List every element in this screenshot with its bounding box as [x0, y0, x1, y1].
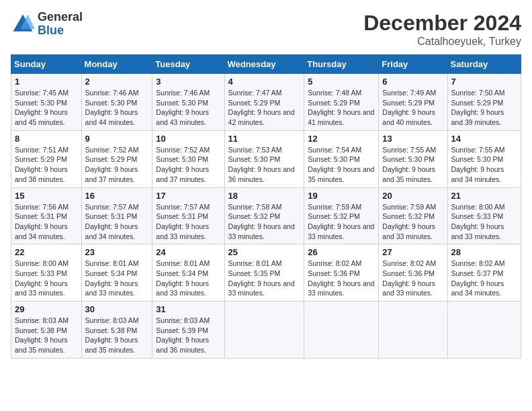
day-details: Sunrise: 8:01 AMSunset: 5:35 PMDaylight:…: [228, 259, 295, 297]
header: General Blue December 2024 Catalhoeyuek,…: [11, 11, 521, 48]
day-number: 18: [228, 191, 301, 201]
day-details: Sunrise: 7:50 AMSunset: 5:29 PMDaylight:…: [451, 89, 505, 126]
day-number: 20: [382, 191, 443, 201]
calendar-day-19: 19Sunrise: 7:59 AMSunset: 5:32 PMDayligh…: [304, 187, 379, 244]
calendar-day-10: 10Sunrise: 7:52 AMSunset: 5:30 PMDayligh…: [152, 130, 224, 187]
header-row: SundayMondayTuesdayWednesdayThursdayFrid…: [11, 55, 521, 74]
day-number: 1: [15, 77, 78, 87]
calendar-subtitle: Catalhoeyuek, Turkey: [363, 36, 521, 48]
day-details: Sunrise: 8:02 AMSunset: 5:36 PMDaylight:…: [382, 259, 436, 297]
day-number: 21: [451, 191, 517, 201]
day-number: 19: [308, 191, 375, 201]
day-details: Sunrise: 8:02 AMSunset: 5:37 PMDaylight:…: [451, 259, 505, 297]
calendar-day-27: 27Sunrise: 8:02 AMSunset: 5:36 PMDayligh…: [379, 244, 447, 302]
day-details: Sunrise: 8:03 AMSunset: 5:39 PMDaylight:…: [156, 316, 210, 354]
day-details: Sunrise: 8:01 AMSunset: 5:34 PMDaylight:…: [156, 259, 210, 297]
day-header-friday: Friday: [379, 55, 447, 74]
day-details: Sunrise: 7:59 AMSunset: 5:32 PMDaylight:…: [308, 203, 374, 240]
logo-general: General: [38, 11, 83, 24]
day-number: 16: [85, 191, 149, 201]
empty-day: [379, 302, 447, 359]
day-details: Sunrise: 7:48 AMSunset: 5:29 PMDaylight:…: [308, 89, 374, 126]
logo-blue: Blue: [38, 24, 83, 38]
day-header-wednesday: Wednesday: [224, 55, 304, 74]
day-details: Sunrise: 7:47 AMSunset: 5:29 PMDaylight:…: [228, 89, 295, 126]
day-number: 26: [308, 247, 375, 257]
day-header-tuesday: Tuesday: [152, 55, 224, 74]
day-details: Sunrise: 7:53 AMSunset: 5:30 PMDaylight:…: [228, 146, 295, 183]
day-details: Sunrise: 7:55 AMSunset: 5:30 PMDaylight:…: [451, 146, 505, 183]
calendar-week-1: 1Sunrise: 7:45 AMSunset: 5:30 PMDaylight…: [11, 74, 521, 131]
calendar-week-5: 29Sunrise: 8:03 AMSunset: 5:38 PMDayligh…: [11, 302, 521, 359]
day-number: 27: [382, 247, 443, 257]
day-number: 29: [15, 304, 78, 314]
calendar-day-4: 4Sunrise: 7:47 AMSunset: 5:29 PMDaylight…: [224, 74, 304, 131]
calendar-day-17: 17Sunrise: 7:57 AMSunset: 5:31 PMDayligh…: [152, 187, 224, 244]
day-number: 28: [451, 247, 517, 257]
day-number: 5: [308, 77, 375, 87]
day-number: 23: [85, 247, 149, 257]
day-number: 31: [156, 304, 220, 314]
day-details: Sunrise: 7:45 AMSunset: 5:30 PMDaylight:…: [15, 89, 69, 126]
day-header-saturday: Saturday: [447, 55, 521, 74]
day-details: Sunrise: 7:54 AMSunset: 5:30 PMDaylight:…: [308, 146, 374, 183]
day-number: 9: [85, 134, 149, 144]
day-number: 15: [15, 191, 78, 201]
day-details: Sunrise: 7:55 AMSunset: 5:30 PMDaylight:…: [382, 146, 436, 183]
day-details: Sunrise: 7:46 AMSunset: 5:30 PMDaylight:…: [85, 89, 139, 126]
day-number: 11: [228, 134, 301, 144]
day-number: 30: [85, 304, 149, 314]
calendar-day-1: 1Sunrise: 7:45 AMSunset: 5:30 PMDaylight…: [11, 74, 82, 131]
calendar-day-3: 3Sunrise: 7:46 AMSunset: 5:30 PMDaylight…: [152, 74, 224, 131]
day-details: Sunrise: 7:51 AMSunset: 5:29 PMDaylight:…: [15, 146, 69, 183]
calendar-day-29: 29Sunrise: 8:03 AMSunset: 5:38 PMDayligh…: [11, 302, 82, 359]
calendar-day-12: 12Sunrise: 7:54 AMSunset: 5:30 PMDayligh…: [304, 130, 379, 187]
day-number: 3: [156, 77, 220, 87]
day-number: 2: [85, 77, 149, 87]
empty-day: [447, 302, 521, 359]
calendar-day-18: 18Sunrise: 7:58 AMSunset: 5:32 PMDayligh…: [224, 187, 304, 244]
day-header-thursday: Thursday: [304, 55, 379, 74]
day-details: Sunrise: 8:02 AMSunset: 5:36 PMDaylight:…: [308, 259, 374, 297]
day-details: Sunrise: 7:56 AMSunset: 5:31 PMDaylight:…: [15, 203, 69, 240]
calendar-day-15: 15Sunrise: 7:56 AMSunset: 5:31 PMDayligh…: [11, 187, 82, 244]
day-number: 7: [451, 77, 517, 87]
calendar-day-6: 6Sunrise: 7:49 AMSunset: 5:29 PMDaylight…: [379, 74, 447, 131]
calendar-day-7: 7Sunrise: 7:50 AMSunset: 5:29 PMDaylight…: [447, 74, 521, 131]
day-header-monday: Monday: [81, 55, 152, 74]
calendar-day-14: 14Sunrise: 7:55 AMSunset: 5:30 PMDayligh…: [447, 130, 521, 187]
day-details: Sunrise: 8:03 AMSunset: 5:38 PMDaylight:…: [85, 316, 139, 354]
calendar-day-5: 5Sunrise: 7:48 AMSunset: 5:29 PMDaylight…: [304, 74, 379, 131]
calendar-day-25: 25Sunrise: 8:01 AMSunset: 5:35 PMDayligh…: [224, 244, 304, 302]
calendar-day-24: 24Sunrise: 8:01 AMSunset: 5:34 PMDayligh…: [152, 244, 224, 302]
day-details: Sunrise: 7:57 AMSunset: 5:31 PMDaylight:…: [85, 203, 139, 240]
day-number: 6: [382, 77, 443, 87]
day-details: Sunrise: 7:52 AMSunset: 5:30 PMDaylight:…: [156, 146, 210, 183]
day-number: 14: [451, 134, 517, 144]
logo: General Blue: [11, 11, 83, 38]
calendar-day-11: 11Sunrise: 7:53 AMSunset: 5:30 PMDayligh…: [224, 130, 304, 187]
day-number: 24: [156, 247, 220, 257]
day-details: Sunrise: 7:58 AMSunset: 5:32 PMDaylight:…: [228, 203, 295, 240]
calendar-table: SundayMondayTuesdayWednesdayThursdayFrid…: [11, 54, 521, 359]
calendar-day-20: 20Sunrise: 7:59 AMSunset: 5:32 PMDayligh…: [379, 187, 447, 244]
day-number: 13: [382, 134, 443, 144]
day-number: 25: [228, 247, 301, 257]
calendar-body: 1Sunrise: 7:45 AMSunset: 5:30 PMDaylight…: [11, 74, 521, 359]
day-number: 17: [156, 191, 220, 201]
calendar-day-30: 30Sunrise: 8:03 AMSunset: 5:38 PMDayligh…: [81, 302, 152, 359]
day-details: Sunrise: 8:01 AMSunset: 5:34 PMDaylight:…: [85, 259, 139, 297]
calendar-day-26: 26Sunrise: 8:02 AMSunset: 5:36 PMDayligh…: [304, 244, 379, 302]
day-details: Sunrise: 7:49 AMSunset: 5:29 PMDaylight:…: [382, 89, 436, 126]
day-number: 22: [15, 247, 78, 257]
calendar-day-16: 16Sunrise: 7:57 AMSunset: 5:31 PMDayligh…: [81, 187, 152, 244]
logo-icon: [11, 12, 35, 36]
day-number: 12: [308, 134, 375, 144]
title-area: December 2024 Catalhoeyuek, Turkey: [363, 11, 521, 48]
calendar-week-4: 22Sunrise: 8:00 AMSunset: 5:33 PMDayligh…: [11, 244, 521, 302]
calendar-day-21: 21Sunrise: 8:00 AMSunset: 5:33 PMDayligh…: [447, 187, 521, 244]
day-number: 8: [15, 134, 78, 144]
day-header-sunday: Sunday: [11, 55, 82, 74]
empty-day: [224, 302, 304, 359]
day-details: Sunrise: 7:52 AMSunset: 5:29 PMDaylight:…: [85, 146, 139, 183]
